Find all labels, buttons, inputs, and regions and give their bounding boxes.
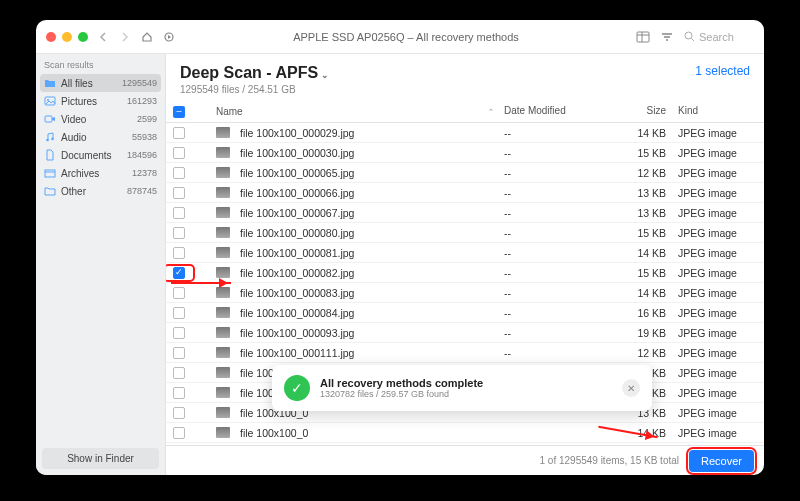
row-checkbox[interactable] xyxy=(166,127,192,139)
file-size: 15 KB xyxy=(604,147,674,159)
file-thumb-icon xyxy=(216,347,230,358)
file-thumb-icon xyxy=(216,267,230,278)
sidebar-item-video[interactable]: Video 2599 xyxy=(36,110,165,128)
search-field[interactable]: Search xyxy=(684,31,754,43)
search-icon xyxy=(684,31,695,42)
home-button[interactable] xyxy=(140,30,154,44)
row-checkbox[interactable] xyxy=(166,307,192,319)
svg-point-7 xyxy=(51,138,54,141)
close-window-button[interactable] xyxy=(46,32,56,42)
row-checkbox[interactable] xyxy=(166,207,192,219)
forward-button[interactable] xyxy=(118,30,132,44)
table-row[interactable]: file 100x100_000093.jpg -- 19 KB JPEG im… xyxy=(166,323,764,343)
row-checkbox[interactable] xyxy=(166,427,192,439)
table-row[interactable]: file 100x100_000081.jpg -- 14 KB JPEG im… xyxy=(166,243,764,263)
row-checkbox[interactable] xyxy=(166,267,192,279)
row-checkbox[interactable] xyxy=(166,347,192,359)
rescan-button[interactable] xyxy=(162,30,176,44)
file-thumb-icon xyxy=(216,127,230,138)
fullscreen-window-button[interactable] xyxy=(78,32,88,42)
row-checkbox[interactable] xyxy=(166,407,192,419)
file-name: file 100x100_0 xyxy=(208,427,504,439)
file-kind: JPEG image xyxy=(674,347,764,359)
table-row[interactable]: file 100x100_000083.jpg -- 14 KB JPEG im… xyxy=(166,283,764,303)
toast-title: All recovery methods complete xyxy=(320,377,483,389)
file-thumb-icon xyxy=(216,227,230,238)
file-kind: JPEG image xyxy=(674,367,764,379)
file-name: file 100x100_000082.jpg xyxy=(208,267,504,279)
column-date[interactable]: Date Modified xyxy=(504,105,604,118)
file-thumb-icon xyxy=(216,387,230,398)
file-name: file 100x100_000030.jpg xyxy=(208,147,504,159)
file-kind: JPEG image xyxy=(674,247,764,259)
minimize-window-button[interactable] xyxy=(62,32,72,42)
svg-rect-8 xyxy=(45,170,55,177)
table-row[interactable]: file 100x100_000080.jpg -- 15 KB JPEG im… xyxy=(166,223,764,243)
file-kind: JPEG image xyxy=(674,127,764,139)
row-checkbox[interactable] xyxy=(166,247,192,259)
sidebar-item-audio[interactable]: Audio 55938 xyxy=(36,128,165,146)
file-date: -- xyxy=(504,307,604,319)
file-size: 12 KB xyxy=(604,347,674,359)
file-date: -- xyxy=(504,127,604,139)
row-checkbox[interactable] xyxy=(166,187,192,199)
archives-icon xyxy=(44,167,56,179)
table-row[interactable]: file 100x100_000111.jpg -- 12 KB JPEG im… xyxy=(166,343,764,363)
table-row[interactable]: file 100x100_000065.jpg -- 12 KB JPEG im… xyxy=(166,163,764,183)
sidebar-item-all-files[interactable]: All files 1295549 xyxy=(40,74,161,92)
sidebar-item-archives[interactable]: Archives 12378 xyxy=(36,164,165,182)
table-row[interactable]: file 100x100_000084.jpg -- 16 KB JPEG im… xyxy=(166,303,764,323)
row-checkbox[interactable] xyxy=(166,287,192,299)
file-kind: JPEG image xyxy=(674,147,764,159)
footer-status: 1 of 1295549 items, 15 KB total xyxy=(539,455,679,466)
window-title: APPLE SSD AP0256Q – All recovery methods xyxy=(184,31,628,43)
table-row[interactable]: file 100x100_000029.jpg -- 14 KB JPEG im… xyxy=(166,123,764,143)
row-checkbox[interactable] xyxy=(166,227,192,239)
table-row[interactable]: file 100x100_000082.jpg -- 15 KB JPEG im… xyxy=(166,263,764,283)
table-row[interactable]: file 100x100_000067.jpg -- 13 KB JPEG im… xyxy=(166,203,764,223)
show-in-finder-button[interactable]: Show in Finder xyxy=(42,448,159,469)
file-size: 13 KB xyxy=(604,187,674,199)
file-kind: JPEG image xyxy=(674,227,764,239)
file-thumb-icon xyxy=(216,287,230,298)
scan-title[interactable]: Deep Scan - APFS⌄ xyxy=(180,64,329,82)
row-checkbox[interactable] xyxy=(166,367,192,379)
sidebar-item-label: Video xyxy=(61,114,132,125)
file-date: -- xyxy=(504,247,604,259)
sidebar-item-documents[interactable]: Documents 184596 xyxy=(36,146,165,164)
sidebar-item-other[interactable]: Other 878745 xyxy=(36,182,165,200)
column-kind[interactable]: Kind xyxy=(674,105,764,118)
row-checkbox[interactable] xyxy=(166,387,192,399)
sidebar-item-count: 878745 xyxy=(127,186,157,196)
table-row[interactable]: file 100x100_0 14 KB JPEG image xyxy=(166,423,764,443)
video-icon xyxy=(44,113,56,125)
file-thumb-icon xyxy=(216,247,230,258)
file-thumb-icon xyxy=(216,207,230,218)
sidebar-item-label: Archives xyxy=(61,168,127,179)
file-kind: JPEG image xyxy=(674,387,764,399)
row-checkbox[interactable] xyxy=(166,327,192,339)
file-size: 15 KB xyxy=(604,267,674,279)
sidebar-item-pictures[interactable]: Pictures 161293 xyxy=(36,92,165,110)
view-mode-button[interactable] xyxy=(636,30,650,44)
file-thumb-icon xyxy=(216,327,230,338)
file-date: -- xyxy=(504,327,604,339)
file-size: 15 KB xyxy=(604,227,674,239)
folder-icon xyxy=(44,77,56,89)
column-size[interactable]: Size xyxy=(604,105,674,118)
row-checkbox[interactable] xyxy=(166,147,192,159)
table-row[interactable]: file 100x100_000066.jpg -- 13 KB JPEG im… xyxy=(166,183,764,203)
chevron-down-icon: ⌄ xyxy=(321,70,329,80)
sort-caret-icon: ⌃ xyxy=(488,108,494,116)
toast-close-button[interactable]: ✕ xyxy=(622,379,640,397)
row-checkbox[interactable] xyxy=(166,167,192,179)
sidebar-item-count: 2599 xyxy=(137,114,157,124)
filter-button[interactable] xyxy=(660,30,674,44)
table-row[interactable]: file 100x100_000030.jpg -- 15 KB JPEG im… xyxy=(166,143,764,163)
column-name[interactable]: Name⌃ xyxy=(208,105,504,118)
recover-button[interactable]: Recover xyxy=(689,450,754,472)
file-name: file 100x100_000111.jpg xyxy=(208,347,504,359)
file-name: file 100x100_000083.jpg xyxy=(208,287,504,299)
back-button[interactable] xyxy=(96,30,110,44)
select-all-checkbox[interactable]: – xyxy=(173,106,185,118)
